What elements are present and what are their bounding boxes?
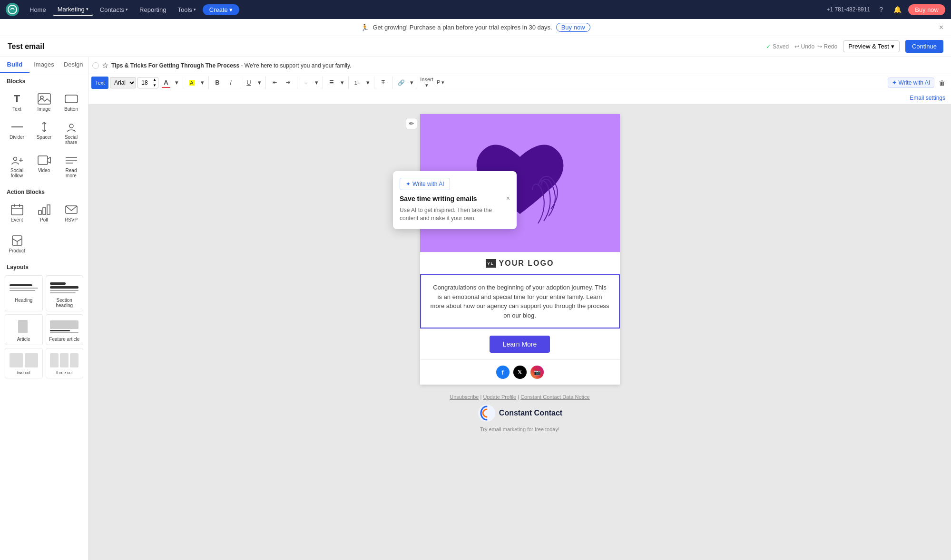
block-image[interactable]: Image [31, 88, 57, 116]
notification-icon[interactable]: 🔔 [892, 4, 902, 15]
write-ai-star-icon: ✦ [892, 79, 897, 86]
nav-tools[interactable]: Tools▾ [173, 4, 200, 15]
unsubscribe-link[interactable]: Unsubscribe [450, 394, 479, 400]
nav-marketing[interactable]: Marketing▾ [53, 4, 93, 16]
indent-btn[interactable]: ⇥ [282, 77, 294, 89]
undo-button[interactable]: ↩ Undo [794, 43, 814, 50]
size-up-btn[interactable]: ▲ [151, 77, 158, 83]
block-button[interactable]: Button [58, 88, 84, 116]
content-area: ☆ Tips & Tricks For Getting Through The … [88, 57, 951, 560]
layout-three-col[interactable]: three col [46, 348, 84, 378]
email-settings-link[interactable]: Email settings [910, 95, 945, 101]
ai-star-icon: ✦ [406, 181, 411, 187]
block-social-follow[interactable]: Social follow [4, 150, 30, 182]
size-down-btn[interactable]: ▼ [151, 83, 158, 88]
preview-test-button[interactable]: Preview & Test▾ [843, 40, 900, 52]
layout-heading[interactable]: Heading [5, 275, 43, 311]
clear-format-btn[interactable]: T̶ [377, 77, 389, 89]
block-product[interactable]: Product [4, 230, 30, 257]
layout-three-col-preview [50, 351, 78, 369]
x-twitter-icon[interactable]: 𝕏 [513, 366, 527, 379]
outdent-btn[interactable]: ⇤ [268, 77, 281, 89]
text-color-chevron[interactable]: ▾ [173, 77, 180, 89]
event-icon [10, 203, 25, 216]
redo-button[interactable]: ↪ Redo [817, 43, 837, 50]
italic-btn[interactable]: I [225, 77, 237, 89]
facebook-icon[interactable]: f [496, 366, 510, 379]
ol-btn[interactable]: 1≡ [351, 77, 363, 89]
block-rsvp[interactable]: RSVP [58, 199, 84, 226]
layout-two-col[interactable]: two col [5, 348, 43, 378]
format-text-btn[interactable]: Text [91, 77, 108, 89]
style-btn[interactable]: P ▾ [434, 77, 447, 89]
social-follow-icon [10, 154, 25, 167]
write-ai-button[interactable]: ✦ Write with AI [888, 77, 934, 88]
nav-home[interactable]: Home [25, 4, 51, 15]
top-navigation: Home Marketing▾ Contacts▾ Reporting Tool… [0, 0, 951, 19]
ai-tooltip-close-icon[interactable]: × [506, 195, 510, 202]
layout-feature-article[interactable]: Feature article [46, 314, 84, 345]
text-color-btn[interactable]: A [160, 77, 172, 89]
list-chevron[interactable]: ▾ [339, 77, 345, 89]
svg-rect-20 [47, 205, 50, 214]
star-icon[interactable]: ☆ [102, 61, 108, 70]
email-social-section: f 𝕏 📷 [420, 359, 620, 385]
update-profile-link[interactable]: Update Profile [483, 394, 516, 400]
data-notice-link[interactable]: Constant Contact Data Notice [520, 394, 590, 400]
layouts-title: Layouts [0, 259, 88, 272]
layout-article-preview [10, 318, 38, 336]
layout-heading-preview [10, 279, 38, 297]
create-button[interactable]: Create▾ [203, 4, 239, 15]
action-blocks-grid: Event Poll RSVP [0, 197, 88, 228]
divider-block-icon [10, 120, 25, 134]
block-poll[interactable]: Poll [31, 199, 57, 226]
layout-article[interactable]: Article [5, 314, 43, 345]
svg-point-0 [8, 5, 17, 14]
highlight-btn[interactable]: A [186, 77, 198, 89]
bold-btn[interactable]: B [211, 77, 224, 89]
email-body-text-section[interactable]: Congratulations on the beginning of your… [420, 274, 620, 328]
align-btn[interactable]: ≡ [300, 77, 312, 89]
link-chevron[interactable]: ▾ [408, 77, 415, 89]
block-read-more[interactable]: Read more [58, 150, 84, 182]
tab-design[interactable]: Design [59, 57, 88, 73]
nav-reporting[interactable]: Reporting [135, 4, 171, 15]
ol-chevron[interactable]: ▾ [364, 77, 371, 89]
block-social-share[interactable]: Social share [58, 116, 84, 149]
continue-button[interactable]: Continue [905, 40, 943, 53]
block-event[interactable]: Event [4, 199, 30, 226]
insert-btn[interactable]: Insert ▾ [421, 77, 433, 89]
cc-brand-name: Constant Contact [499, 409, 562, 417]
block-divider[interactable]: Divider [4, 116, 30, 149]
align-chevron[interactable]: ▾ [313, 77, 320, 89]
email-canvas-area: ✏ [88, 105, 951, 560]
learn-more-button[interactable]: Learn More [490, 336, 550, 353]
list-btn[interactable]: ☰ [325, 77, 338, 89]
blocks-title: Blocks [0, 73, 88, 87]
nav-contacts[interactable]: Contacts▾ [95, 4, 133, 15]
edit-pencil-icon[interactable]: ✏ [406, 118, 417, 129]
instagram-icon[interactable]: 📷 [530, 366, 544, 379]
promo-bar: 🏃 Get growing! Purchase a plan before yo… [0, 19, 951, 36]
promo-close-icon[interactable]: × [939, 23, 943, 32]
email-logo: YL YOUR LOGO [486, 259, 554, 268]
ai-tooltip-write-btn[interactable]: ✦ Write with AI [400, 178, 450, 190]
font-size-input[interactable] [138, 79, 151, 86]
promo-buy-link[interactable]: Buy now [556, 23, 590, 32]
video-block-icon [37, 154, 52, 167]
email-subject: Tips & Tricks For Getting Through The Pr… [111, 62, 351, 69]
link-btn[interactable]: 🔗 [395, 77, 407, 89]
delete-block-btn[interactable]: 🗑 [936, 77, 948, 89]
block-text[interactable]: T Text [4, 88, 30, 116]
tab-images[interactable]: Images [29, 57, 59, 73]
tab-build[interactable]: Build [0, 57, 29, 73]
underline-btn[interactable]: U [243, 77, 255, 89]
highlight-chevron[interactable]: ▾ [199, 77, 206, 89]
underline-chevron[interactable]: ▾ [256, 77, 263, 89]
help-icon[interactable]: ? [876, 4, 886, 15]
font-selector[interactable]: Arial [110, 77, 136, 88]
block-spacer[interactable]: Spacer [31, 116, 57, 149]
layout-section-heading[interactable]: Section heading [46, 275, 84, 311]
block-video[interactable]: Video [31, 150, 57, 182]
buy-now-button[interactable]: Buy now [908, 4, 945, 15]
